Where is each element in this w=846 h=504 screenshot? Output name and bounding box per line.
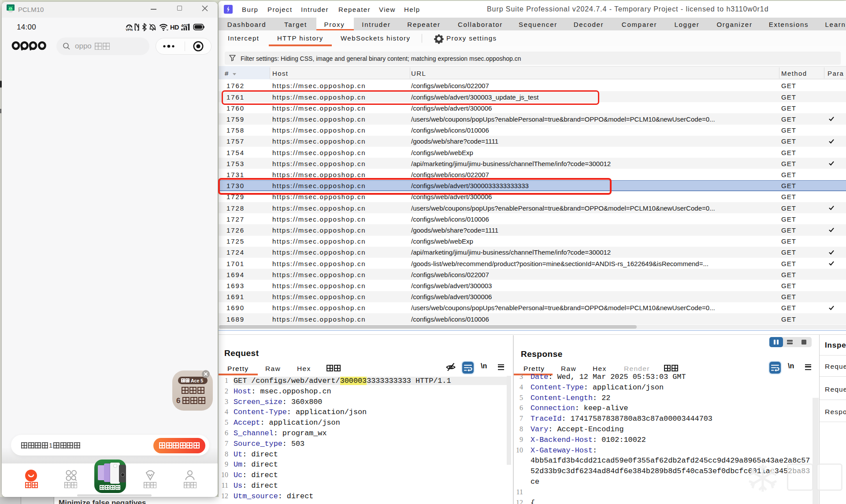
svg-text:4G: 4G [181, 23, 186, 28]
svg-text:+: + [186, 23, 189, 27]
svg-text:HD: HD [170, 24, 179, 31]
svg-text:VPN: VPN [126, 28, 133, 31]
